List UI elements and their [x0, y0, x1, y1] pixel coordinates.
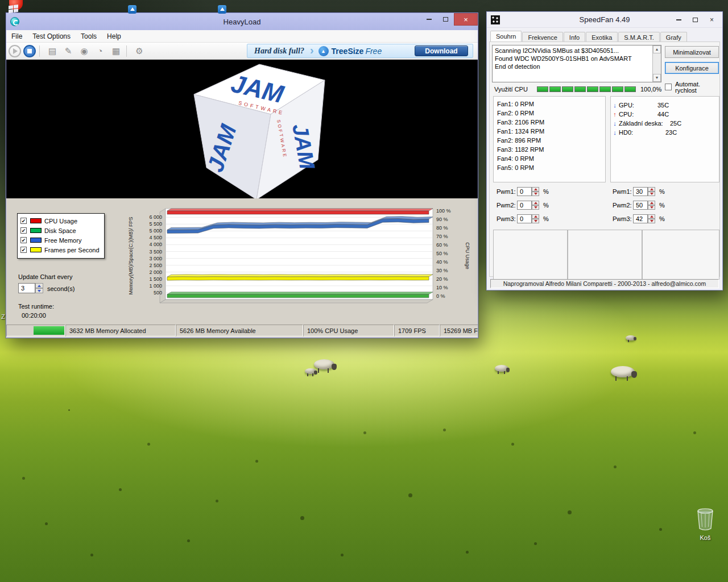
recycle-bin-label: Koš [690, 534, 720, 541]
write-file-icon[interactable]: ✎ [61, 44, 75, 58]
minimize-app-button[interactable]: Minimalizovat [665, 46, 719, 58]
log-line: Scanning I2CNVidia SMBus at $3D405051... [495, 47, 651, 55]
svg-text:70 %: 70 % [436, 234, 448, 239]
treesize-banner[interactable]: Hard disk full? › ▲ TreeSizeFree Downloa… [247, 44, 473, 58]
pwm-spinner[interactable] [532, 187, 539, 196]
configure-button[interactable]: Konfigurace [665, 62, 719, 74]
pwm-spinner[interactable] [648, 187, 655, 196]
speedfan-titlebar[interactable]: SpeedFan 4.49 × [487, 12, 722, 28]
svg-text:20 %: 20 % [436, 276, 448, 282]
menu-help[interactable]: Help [102, 31, 126, 42]
close-button[interactable]: × [454, 13, 478, 26]
legend-checkbox[interactable]: ✔ [20, 247, 27, 253]
minimize-button[interactable] [421, 13, 437, 26]
legend-checkbox[interactable]: ✔ [20, 237, 27, 243]
pwm-spinner[interactable] [648, 214, 655, 223]
scroll-up-icon[interactable]: ▲ [653, 45, 661, 53]
svg-text:1 000: 1 000 [149, 283, 162, 289]
pwm-spinner[interactable] [532, 201, 539, 210]
legend-color-swatch [30, 247, 42, 252]
cpu-usage-label: Využití CPU [494, 86, 528, 93]
empty-panel [493, 230, 568, 280]
cpu-core-bar [549, 86, 561, 92]
svg-text:80 %: 80 % [436, 225, 448, 231]
pwm-control: Pwm1: 0 % [497, 187, 565, 196]
cpu-usage-row: Využití CPU 100,0% [494, 85, 661, 93]
treesize-icon [218, 5, 226, 14]
pwm-spinner[interactable] [648, 201, 655, 210]
simulate-disk-icon[interactable]: ◉ [77, 44, 91, 58]
legend-color-swatch [30, 218, 42, 223]
heavyload-titlebar[interactable]: HeavyLoad × [6, 13, 478, 30]
legend-checkbox[interactable]: ✔ [20, 227, 27, 234]
windows-logo-icon [9, 4, 19, 14]
menu-file[interactable]: File [6, 31, 27, 42]
svg-text:4 500: 4 500 [149, 235, 162, 240]
status-memory-allocated: 3632 MB Memory Allocated [65, 325, 176, 336]
fan-reading: Fan5: 0 RPM [494, 163, 605, 172]
sheep [305, 367, 317, 376]
maximize-button[interactable] [687, 14, 704, 26]
settings-wrench-icon[interactable]: ⚙ [133, 44, 146, 58]
spinner-up-icon[interactable] [35, 283, 43, 288]
timer-icon[interactable]: ◔ [93, 44, 107, 58]
legend-checkbox[interactable]: ✔ [20, 218, 27, 224]
legend-row: ✔ Disk Space [20, 226, 101, 235]
pwm-value[interactable]: 42 [633, 214, 648, 223]
pwm-value[interactable]: 0 [517, 201, 532, 210]
svg-text:10 %: 10 % [436, 285, 448, 290]
pwm-value[interactable]: 50 [633, 201, 648, 210]
desktop: Z Koš HeavyLoad × File Test Options Tool… [0, 0, 728, 582]
svg-text:3 000: 3 000 [149, 256, 162, 261]
treesize-logo-icon: ▲ [318, 46, 329, 56]
scroll-down-icon[interactable]: ▼ [653, 74, 661, 82]
pwm-value[interactable]: 0 [517, 187, 532, 196]
stop-test-icon[interactable] [23, 45, 36, 57]
pwm-value[interactable]: 0 [517, 214, 532, 223]
svg-text:2 500: 2 500 [149, 263, 162, 268]
update-interval-label: Update Chart every [18, 273, 72, 280]
heavyload-toolbar: ▤ ✎ ◉ ◔ ▦ ⚙ Hard disk full? › ▲ TreeSize… [6, 43, 478, 60]
svg-text:6 000: 6 000 [149, 214, 162, 220]
fan-reading: Fan1: 0 RPM [494, 99, 605, 109]
start-test-icon[interactable] [9, 45, 21, 57]
spinner-value[interactable]: 3 [18, 283, 35, 293]
pwm-value[interactable]: 30 [633, 187, 648, 196]
trash-can-icon [696, 508, 715, 531]
spinner-down-icon[interactable] [35, 288, 43, 293]
chevron-right-icon: › [310, 44, 314, 57]
auto-speed-checkbox[interactable] [665, 84, 672, 90]
heavyload-menubar: File Test Options Tools Help [6, 30, 478, 43]
log-line: Found WDC WD2500YS-01SHB1 on AdvSMART [495, 55, 651, 63]
auto-speed-label: Automat. rychlost [675, 81, 700, 94]
menu-tools[interactable]: Tools [76, 31, 102, 42]
temp-trend-down-icon: ↓ [611, 102, 619, 109]
close-button[interactable]: × [704, 14, 720, 26]
fan-reading: Fan2: 0 RPM [494, 109, 605, 118]
svg-text:4 000: 4 000 [149, 242, 162, 247]
svg-text:60 %: 60 % [436, 242, 448, 248]
pwm-spinner[interactable] [532, 214, 539, 223]
render-canvas: JAM SOFTWARE JAM JAM SOFTWARE [6, 60, 478, 198]
sheep [314, 357, 337, 373]
svg-text:1 500: 1 500 [149, 276, 162, 282]
pwm-control: Pwm3: 42 % [613, 214, 681, 223]
memory-progress-fill [34, 326, 64, 335]
legend-color-swatch [30, 228, 42, 233]
menu-test-options[interactable]: Test Options [27, 31, 76, 42]
recycle-bin-icon[interactable]: Koš [690, 508, 720, 546]
chart-grid-icon[interactable]: ▦ [109, 44, 123, 58]
temp-reading: ↓ HD0: 23C [611, 128, 719, 137]
download-button[interactable]: Download [415, 45, 468, 56]
jam-software-cube: JAM SOFTWARE JAM JAM SOFTWARE [6, 60, 478, 198]
cpu-usage-meter [537, 86, 637, 92]
legend-label: Frames per Second [44, 247, 100, 253]
svg-text:500: 500 [154, 290, 162, 296]
maximize-button[interactable] [437, 13, 454, 26]
log-scrollbar[interactable]: ▲ ▼ [652, 45, 661, 82]
fan-reading: Fan4: 0 RPM [494, 154, 605, 163]
allocate-memory-icon[interactable]: ▤ [46, 44, 59, 58]
minimize-button[interactable] [671, 14, 687, 26]
legend-color-swatch [30, 238, 42, 243]
empty-panel [568, 230, 642, 280]
